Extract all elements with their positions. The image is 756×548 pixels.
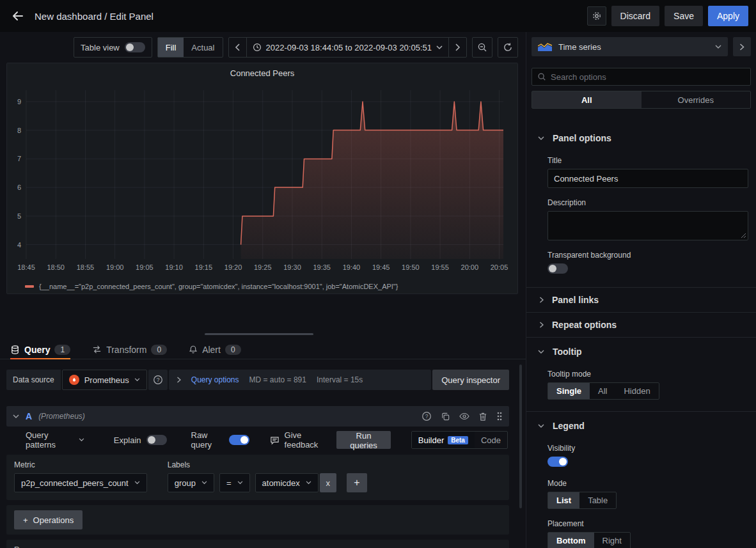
tab-transform[interactable]: Transform 0 xyxy=(92,340,167,359)
datasource-picker[interactable]: Prometheus xyxy=(62,370,147,390)
legend-swatch xyxy=(25,285,34,288)
table-view-toggle[interactable] xyxy=(125,42,145,52)
top-header: New dashboard / Edit Panel Discard Save … xyxy=(0,0,756,32)
query-options-collapse[interactable]: Query options MD = auto = 891 Interval =… xyxy=(169,370,431,390)
label-name-select[interactable]: group xyxy=(168,473,214,492)
viz-picker-row: Time series xyxy=(526,32,756,56)
code-option[interactable]: Code xyxy=(475,432,507,448)
tooltip-mode-hidden[interactable]: Hidden xyxy=(615,383,658,399)
tab-all[interactable]: All xyxy=(532,91,642,108)
panel-options-header[interactable]: Panel options xyxy=(526,124,756,146)
database-icon xyxy=(10,345,20,355)
tab-query[interactable]: Query 1 xyxy=(10,340,70,359)
save-button[interactable]: Save xyxy=(665,6,703,26)
explain-label: Explain xyxy=(114,435,141,445)
legend-mode-table[interactable]: Table xyxy=(579,492,616,508)
copy-icon xyxy=(441,412,450,421)
timeseries-chart[interactable]: 18:4518:5018:5519:0019:0519:1019:1519:20… xyxy=(7,81,512,278)
visualization-picker[interactable]: Time series xyxy=(532,37,728,56)
add-operation-button[interactable]: + Operations xyxy=(14,510,83,529)
refresh-button[interactable] xyxy=(498,37,518,58)
chart-legend[interactable]: {__name__="p2p_connected_peers_count", g… xyxy=(7,280,517,293)
scrollbar-thumb[interactable] xyxy=(519,364,522,508)
builder-option[interactable]: Builder Beta xyxy=(412,432,475,448)
drag-query-handle[interactable] xyxy=(496,411,503,421)
query-editor: Data source Prometheus ? Query options M… xyxy=(6,370,509,548)
give-feedback-link[interactable]: Give feedback xyxy=(270,430,331,450)
time-range-button[interactable]: 2022-09-03 18:44:05 to 2022-09-03 20:05:… xyxy=(246,38,449,57)
label-value-select[interactable]: atomicdex xyxy=(255,473,319,492)
zoom-out-button[interactable] xyxy=(472,37,492,58)
time-forward-button[interactable] xyxy=(448,38,466,57)
tooltip-mode-label: Tooltip mode xyxy=(547,370,748,379)
transparent-background-toggle[interactable] xyxy=(547,263,568,274)
duplicate-query-button[interactable] xyxy=(441,412,450,421)
raw-query-toggle[interactable] xyxy=(229,435,249,445)
tooltip-mode-single[interactable]: Single xyxy=(548,383,590,399)
panel-links-header[interactable]: Panel links xyxy=(526,288,756,312)
back-button[interactable] xyxy=(6,4,29,27)
actual-option[interactable]: Actual xyxy=(184,38,222,57)
svg-text:19:10: 19:10 xyxy=(165,263,183,271)
query-options-md: MD = auto = 891 xyxy=(249,375,306,384)
datasource-help-button[interactable]: ? xyxy=(148,370,168,390)
fill-option[interactable]: Fill xyxy=(158,38,184,57)
legend-mode-list[interactable]: List xyxy=(548,492,579,508)
svg-text:18:45: 18:45 xyxy=(17,263,35,271)
query-ref-header[interactable]: A (Prometheus) ? xyxy=(6,406,509,427)
caret-down-icon xyxy=(134,378,140,382)
delete-query-button[interactable] xyxy=(478,412,487,421)
remove-label-button[interactable]: x xyxy=(320,473,336,492)
collapse-options-button[interactable] xyxy=(733,37,751,56)
tooltip-mode-all[interactable]: All xyxy=(590,383,615,399)
explain-toggle[interactable] xyxy=(146,435,167,445)
transform-count-badge: 0 xyxy=(151,345,167,355)
query-patterns-label: Query patterns xyxy=(26,430,74,450)
panel-description-input[interactable] xyxy=(547,211,748,240)
svg-text:19:05: 19:05 xyxy=(136,263,154,271)
disable-query-button[interactable] xyxy=(459,412,469,420)
panel-settings-button[interactable] xyxy=(587,6,606,26)
pane-resize-handle[interactable] xyxy=(0,330,518,338)
builder-code-toggle: Builder Beta Code xyxy=(411,431,508,449)
time-back-button[interactable] xyxy=(229,38,246,57)
metric-select[interactable]: p2p_connected_peers_count xyxy=(14,473,147,492)
caret-down-icon xyxy=(134,481,140,485)
svg-text:7: 7 xyxy=(17,155,21,162)
label-operator-value: = xyxy=(226,478,232,488)
svg-text:19:35: 19:35 xyxy=(313,263,331,271)
transparent-background-label: Transparent background xyxy=(547,251,748,260)
legend-header[interactable]: Legend xyxy=(526,412,756,434)
edit-pane: Table view Fill Actual 2022-09-03 18:44:… xyxy=(0,32,526,548)
caret-down-icon xyxy=(79,438,84,442)
chevron-left-icon xyxy=(235,43,240,51)
search-options-input[interactable] xyxy=(551,72,745,82)
apply-button[interactable]: Apply xyxy=(708,6,748,26)
repeat-options-header[interactable]: Repeat options xyxy=(526,313,756,337)
query-help-button[interactable]: ? xyxy=(421,411,432,421)
discard-button[interactable]: Discard xyxy=(611,6,659,26)
legend-placement-right[interactable]: Right xyxy=(594,533,630,548)
tab-alert[interactable]: Alert 0 xyxy=(189,340,240,359)
label-operator-select[interactable]: = xyxy=(219,473,250,492)
legend-placement-control: Bottom Right xyxy=(547,532,631,548)
tab-overrides[interactable]: Overrides xyxy=(642,91,751,108)
options-search[interactable] xyxy=(532,68,751,86)
tooltip-header[interactable]: Tooltip xyxy=(526,338,756,359)
panel-title: Connected Peers xyxy=(7,63,517,81)
metric-labels-card: Metric p2p_connected_peers_count Labels … xyxy=(6,455,509,500)
explain-toggle-group: Explain xyxy=(114,435,167,445)
run-queries-button[interactable]: Run queries xyxy=(336,431,391,449)
header-actions: Discard Save Apply xyxy=(587,6,748,26)
legend-visibility-toggle[interactable] xyxy=(547,457,568,467)
query-inspector-button[interactable]: Query inspector xyxy=(432,370,509,390)
panel-title-input[interactable] xyxy=(547,169,748,188)
legend-mode-control: List Table xyxy=(547,492,617,509)
add-label-button[interactable]: + xyxy=(347,473,367,492)
query-patterns-dropdown[interactable]: Query patterns xyxy=(26,430,84,450)
tooltip-mode-control: Single All Hidden xyxy=(547,382,659,400)
svg-text:19:00: 19:00 xyxy=(106,263,124,271)
timeseries-viz-icon xyxy=(538,42,552,51)
query-ref-id: A xyxy=(26,411,32,421)
legend-placement-bottom[interactable]: Bottom xyxy=(548,533,594,548)
